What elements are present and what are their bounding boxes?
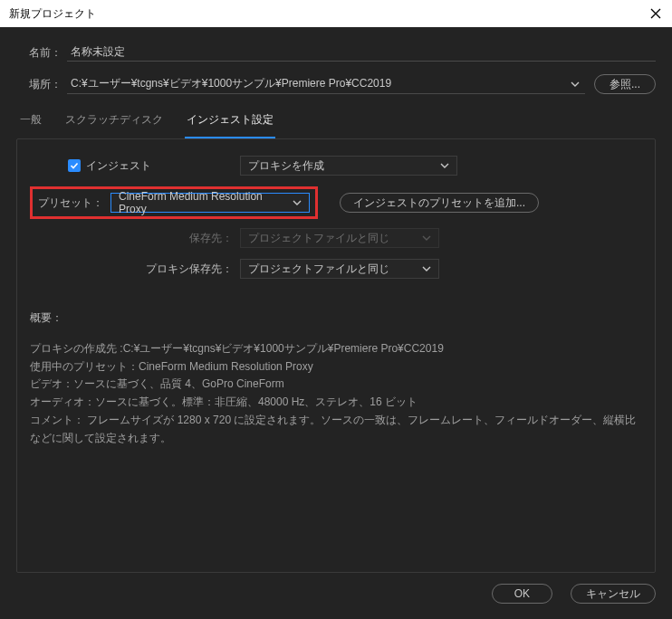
close-icon[interactable] bbox=[647, 5, 665, 23]
location-value: C:¥ユーザー¥tcgns¥ビデオ¥1000サンプル¥Premiere Pro¥… bbox=[71, 76, 391, 91]
summary-line: プロキシの作成先 :C:¥ユーザー¥tcgns¥ビデオ¥1000サンプル¥Pre… bbox=[30, 340, 642, 358]
ingest-row: インジェスト プロキシを作成 bbox=[30, 156, 642, 176]
ok-button[interactable]: OK bbox=[492, 584, 552, 604]
summary-line: オーディオ：ソースに基づく。標準：非圧縮、48000 Hz、ステレオ、16 ビッ… bbox=[30, 394, 642, 412]
summary-line: コメント： フレームサイズが 1280 x 720 に設定されます。ソースの一致… bbox=[30, 412, 642, 448]
location-label: 場所： bbox=[16, 77, 62, 92]
location-dropdown[interactable]: C:¥ユーザー¥tcgns¥ビデオ¥1000サンプル¥Premiere Pro¥… bbox=[67, 74, 585, 94]
preset-value: CineForm Medium Resolution Proxy bbox=[119, 190, 293, 215]
tab-ingest-settings[interactable]: インジェスト設定 bbox=[185, 107, 275, 138]
name-row: 名前： bbox=[16, 43, 656, 62]
dialog-footer: OK キャンセル bbox=[0, 573, 672, 614]
location-row: 場所： C:¥ユーザー¥tcgns¥ビデオ¥1000サンプル¥Premiere … bbox=[16, 74, 656, 94]
ingest-checkbox[interactable] bbox=[68, 159, 81, 172]
name-label: 名前： bbox=[16, 45, 62, 61]
chevron-down-icon bbox=[422, 264, 431, 273]
chevron-down-icon bbox=[293, 198, 302, 207]
chevron-down-icon bbox=[422, 233, 431, 243]
preset-highlight-box: プリセット： CineForm Medium Resolution Proxy bbox=[30, 186, 318, 219]
ingest-checkbox-label: インジェスト bbox=[86, 158, 151, 174]
save-to-row: 保存先： プロジェクトファイルと同じ bbox=[30, 228, 642, 248]
summary-line: ビデオ：ソースに基づく、品質 4、GoPro CineForm bbox=[30, 376, 642, 394]
preset-row: プリセット： CineForm Medium Resolution Proxy … bbox=[30, 186, 642, 219]
chevron-down-icon bbox=[571, 80, 580, 89]
add-ingest-preset-button[interactable]: インジェストのプリセットを追加... bbox=[340, 193, 539, 213]
ingest-action-value: プロキシを作成 bbox=[248, 158, 324, 174]
ingest-panel: インジェスト プロキシを作成 プリセット： CineForm Medium Re… bbox=[16, 138, 656, 573]
browse-button[interactable]: 参照... bbox=[594, 74, 656, 94]
preset-label: プリセット： bbox=[38, 195, 110, 211]
summary-line: 使用中のプリセット：CineForm Medium Resolution Pro… bbox=[30, 358, 642, 376]
save-to-label: 保存先： bbox=[30, 231, 240, 246]
summary-heading: 概要： bbox=[30, 310, 642, 328]
ingest-action-dropdown[interactable]: プロキシを作成 bbox=[240, 156, 457, 176]
proxy-save-to-dropdown[interactable]: プロジェクトファイルと同じ bbox=[240, 259, 439, 279]
tabs: 一般 スクラッチディスク インジェスト設定 bbox=[16, 107, 656, 138]
proxy-save-to-label: プロキシ保存先： bbox=[30, 262, 240, 277]
preset-dropdown[interactable]: CineForm Medium Resolution Proxy bbox=[110, 193, 310, 213]
tab-scratch-disks[interactable]: スクラッチディスク bbox=[63, 107, 165, 138]
summary-block: 概要： プロキシの作成先 :C:¥ユーザー¥tcgns¥ビデオ¥1000サンプル… bbox=[30, 310, 642, 448]
name-input[interactable] bbox=[67, 43, 656, 62]
save-to-dropdown: プロジェクトファイルと同じ bbox=[240, 228, 439, 248]
cancel-button[interactable]: キャンセル bbox=[571, 584, 656, 604]
proxy-save-to-value: プロジェクトファイルと同じ bbox=[248, 262, 389, 277]
window-title: 新規プロジェクト bbox=[9, 6, 96, 22]
proxy-save-to-row: プロキシ保存先： プロジェクトファイルと同じ bbox=[30, 259, 642, 279]
chevron-down-icon bbox=[440, 161, 449, 170]
titlebar: 新規プロジェクト bbox=[0, 0, 672, 27]
tab-general[interactable]: 一般 bbox=[18, 107, 43, 138]
save-to-value: プロジェクトファイルと同じ bbox=[248, 231, 389, 246]
